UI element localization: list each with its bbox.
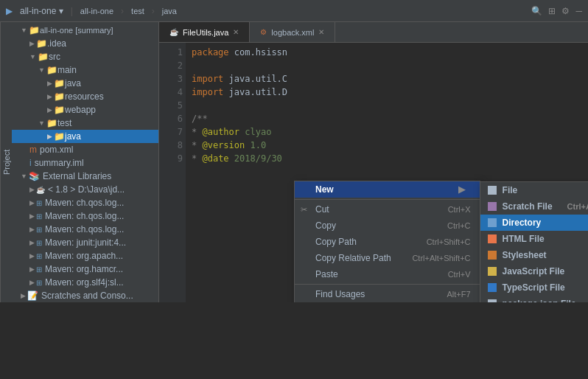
tree-item-maven2[interactable]: ▶ ⊞ Maven: ch.qos.log...: [12, 209, 158, 223]
search-icon[interactable]: 🔍: [531, 6, 542, 16]
submenu-scratch[interactable]: Scratch File Ctrl+Alt+Shift+Insert: [480, 198, 588, 215]
menu-item-paste[interactable]: Paste Ctrl+V: [295, 266, 480, 282]
new-submenu: File Scratch File Ctrl+Alt+Shift+Insert …: [480, 181, 588, 302]
directory-icon: [486, 218, 498, 227]
tree-item-extlibs[interactable]: ▼ 📚 External Libraries: [12, 170, 158, 183]
project-sidebar: ▼ 📁 all-in-one [summary] ▶ 📁 .idea ▼ 📁 s…: [12, 22, 159, 302]
tree-item-maven3[interactable]: ▶ ⊞ Maven: ch.qos.log...: [12, 223, 158, 236]
menu-item-copypath[interactable]: Copy Path Ctrl+Shift+C: [295, 234, 480, 250]
json-icon: [486, 299, 498, 302]
menu-item-new[interactable]: New ▶ File Scratch File Ctrl+Alt+Shift+I…: [295, 181, 480, 198]
close-fileutils[interactable]: ✕: [233, 28, 239, 36]
sep1: [295, 199, 480, 200]
submenu-arrow: ▶: [458, 184, 465, 195]
file-icon: [486, 186, 498, 195]
menu-item-copy[interactable]: Copy Ctrl+C: [295, 218, 480, 234]
top-bar: ▶ all-in-one ▾ | all-in-one › test › jav…: [0, 0, 588, 22]
tree-item-jdk[interactable]: ▶ ☕ < 1.8 > D:\Java\jd...: [12, 183, 158, 196]
context-menu: New ▶ File Scratch File Ctrl+Alt+Shift+I…: [294, 181, 480, 302]
settings-icon[interactable]: ⚙: [561, 6, 570, 16]
tree-item-test[interactable]: ▼ 📁 test: [12, 117, 158, 130]
tab-allinone[interactable]: all-in-one: [80, 7, 113, 15]
tree-item-resources[interactable]: ▶ 📁 resources: [12, 90, 158, 103]
html-icon: [486, 234, 498, 243]
tab-java[interactable]: java: [162, 7, 177, 15]
menu-item-copyrelpath[interactable]: Copy Relative Path Ctrl+Alt+Shift+C: [295, 250, 480, 266]
tab-logback[interactable]: ⚙ logback.xml ✕: [250, 22, 335, 42]
minimize-icon[interactable]: ─: [575, 6, 582, 16]
cut-icon: ✂: [301, 205, 307, 215]
tab-fileutils[interactable]: ☕ FileUtils.java ✕: [159, 22, 250, 42]
tree-item-src[interactable]: ▼ 📁 src: [12, 50, 158, 63]
submenu-packagejson[interactable]: package.json File: [480, 296, 588, 302]
tree-item-scratches[interactable]: ▶ 📝 Scratches and Conso...: [12, 289, 158, 302]
tree-item-maven7[interactable]: ▶ ⊞ Maven: org.slf4j:sl...: [12, 276, 158, 289]
ts-icon: [486, 283, 498, 292]
layout-icon[interactable]: ⊞: [548, 6, 556, 16]
tree-item-maven5[interactable]: ▶ ⊞ Maven: org.apach...: [12, 249, 158, 262]
editor-area: ☕ FileUtils.java ✕ ⚙ logback.xml ✕ 12345…: [159, 22, 588, 302]
submenu-stylesheet[interactable]: Stylesheet: [480, 247, 588, 263]
submenu-javascript[interactable]: JavaScript File: [480, 263, 588, 279]
main-content: Project ▼ 📁 all-in-one [summary] ▶ 📁 .id…: [0, 22, 588, 302]
tree-item-maven4[interactable]: ▶ ⊞ Maven: junit:junit:4...: [12, 236, 158, 249]
submenu-html[interactable]: HTML File: [480, 231, 588, 247]
tree-item-maven1[interactable]: ▶ ⊞ Maven: ch.qos.log...: [12, 196, 158, 209]
tree-item-maven6[interactable]: ▶ ⊞ Maven: org.hamcr...: [12, 262, 158, 276]
submenu-directory[interactable]: Directory: [480, 215, 588, 231]
menu-item-findusages[interactable]: Find Usages Alt+F7: [295, 286, 480, 302]
tab-test[interactable]: test: [131, 7, 144, 15]
line-numbers: 12345 6789: [159, 43, 186, 302]
tree-item-idea[interactable]: ▶ 📁 .idea: [12, 37, 158, 50]
js-icon: [486, 267, 498, 276]
tree-item-java1[interactable]: ▶ 📁 java: [12, 77, 158, 90]
submenu-file[interactable]: File: [480, 182, 588, 198]
tree-item-allinone[interactable]: ▼ 📁 all-in-one [summary]: [12, 24, 158, 37]
project-panel-label[interactable]: Project: [2, 150, 11, 175]
tree-item-pomxml[interactable]: m pom.xml: [12, 143, 158, 156]
sep2: [295, 284, 480, 285]
toolbar-icons: 🔍 ⊞ ⚙ ─: [531, 6, 582, 16]
editor-tabs: ☕ FileUtils.java ✕ ⚙ logback.xml ✕: [159, 22, 588, 43]
submenu-typescript[interactable]: TypeScript File: [480, 279, 588, 296]
tree-item-java2[interactable]: ▶ 📁 java: [12, 130, 158, 143]
css-icon: [486, 251, 498, 260]
tree-item-main[interactable]: ▼ 📁 main: [12, 63, 158, 77]
tree-item-webapp[interactable]: ▶ 📁 webapp: [12, 103, 158, 117]
menu-item-cut[interactable]: ✂ Cut Ctrl+X: [295, 201, 480, 218]
tree-item-summaryiml[interactable]: i summary.iml: [12, 156, 158, 170]
app-icon: ▶: [6, 6, 13, 16]
project-dropdown[interactable]: all-in-one ▾: [20, 6, 63, 16]
scratch-icon: [486, 202, 498, 211]
close-logback[interactable]: ✕: [318, 28, 324, 36]
